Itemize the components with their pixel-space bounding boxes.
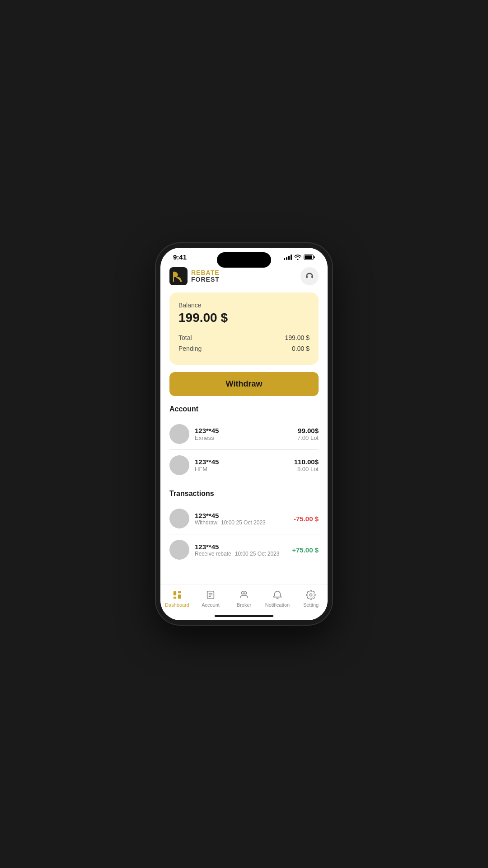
tx-date: 10:00 25 Oct 2023: [235, 551, 280, 557]
avatar: [169, 455, 189, 475]
setting-icon: [305, 590, 316, 600]
account-icon: [205, 590, 216, 600]
home-indicator: [160, 611, 328, 620]
account-lot: 7.00 Lot: [297, 434, 319, 441]
svg-rect-8: [178, 594, 181, 599]
svg-point-15: [310, 594, 312, 596]
header: REBATE FOREST: [169, 267, 319, 285]
account-id: 123**45: [195, 458, 219, 466]
svg-rect-2: [169, 267, 188, 285]
balance-amount: 199.00 $: [178, 311, 310, 325]
balance-pending-row: Pending 0.00 $: [178, 345, 310, 352]
transactions-section-title: Transactions: [169, 490, 319, 498]
nav-item-broker[interactable]: Broker: [230, 590, 258, 608]
balance-label: Balance: [178, 302, 310, 309]
account-amount: 99.00$: [297, 427, 319, 434]
transaction-list: 123**45 Withdraw 10:00 25 Oct 2023 -75.0…: [169, 503, 319, 565]
tx-id: 123**45: [195, 543, 279, 551]
transaction-item[interactable]: 123**45 Receive rebate 10:00 25 Oct 2023…: [169, 534, 319, 565]
svg-point-13: [242, 592, 244, 594]
nav-item-notification[interactable]: Notification: [264, 590, 291, 608]
balance-total-row: Total 199.00 $: [178, 334, 310, 341]
withdraw-button[interactable]: Withdraw: [169, 372, 319, 396]
support-button[interactable]: [300, 267, 319, 285]
tx-date: 10:00 25 Oct 2023: [221, 519, 266, 526]
svg-rect-4: [312, 276, 313, 278]
main-content: REBATE FOREST Balance 199.00 $ T: [160, 264, 328, 585]
account-amount: 110.00$: [294, 458, 319, 466]
logo-icon: [169, 267, 188, 285]
nav-item-setting[interactable]: Setting: [297, 590, 324, 608]
tx-amount: -75.00 $: [294, 515, 319, 523]
nav-label-broker: Broker: [237, 602, 251, 608]
total-label: Total: [178, 334, 192, 341]
balance-card: Balance 199.00 $ Total 199.00 $ Pending …: [169, 292, 319, 365]
tx-meta: Receive rebate 10:00 25 Oct 2023: [195, 551, 279, 557]
logo-text: REBATE FOREST: [191, 269, 220, 283]
broker-icon: [239, 590, 249, 600]
phone-inner: 9:41: [160, 248, 328, 620]
pending-value: 0.00 $: [292, 345, 310, 352]
signal-icon: [284, 255, 292, 260]
tx-amount: +75.00 $: [292, 546, 319, 554]
logo: REBATE FOREST: [169, 267, 220, 285]
dashboard-icon: [172, 590, 183, 600]
pending-label: Pending: [178, 345, 202, 352]
status-icons: [284, 255, 315, 260]
svg-point-14: [244, 592, 247, 594]
account-item[interactable]: 123**45 HFM 110.00$ 8.00 Lot: [169, 450, 319, 481]
avatar: [169, 509, 189, 528]
accounts-section-title: Account: [169, 405, 319, 413]
total-value: 199.00 $: [285, 334, 310, 341]
account-broker: HFM: [195, 466, 219, 472]
account-broker: Exness: [195, 434, 219, 441]
bottom-nav: Dashboard Account: [160, 585, 328, 611]
nav-item-account[interactable]: Account: [197, 590, 224, 608]
avatar: [169, 540, 189, 560]
dynamic-island: [217, 252, 271, 268]
tx-meta: Withdraw 10:00 25 Oct 2023: [195, 519, 266, 526]
notification-icon: [272, 590, 283, 600]
svg-rect-3: [306, 276, 308, 278]
logo-rebate-text: REBATE: [191, 269, 220, 276]
account-lot: 8.00 Lot: [294, 466, 319, 472]
nav-label-setting: Setting: [303, 602, 319, 608]
account-item[interactable]: 123**45 Exness 99.00$ 7.00 Lot: [169, 419, 319, 450]
home-bar: [215, 615, 273, 617]
tx-type: Receive rebate: [195, 551, 231, 557]
phone-frame: 9:41: [156, 243, 332, 625]
tx-type: Withdraw: [195, 519, 217, 526]
transaction-item[interactable]: 123**45 Withdraw 10:00 25 Oct 2023 -75.0…: [169, 503, 319, 534]
account-id: 123**45: [195, 427, 219, 434]
status-time: 9:41: [173, 253, 187, 261]
battery-icon: [304, 255, 315, 260]
svg-rect-1: [305, 255, 312, 259]
wifi-icon: [294, 255, 301, 260]
nav-label-account: Account: [202, 602, 220, 608]
nav-item-dashboard[interactable]: Dashboard: [164, 590, 191, 608]
nav-label-dashboard: Dashboard: [165, 602, 189, 608]
nav-label-notification: Notification: [265, 602, 290, 608]
svg-rect-6: [174, 597, 176, 599]
account-list: 123**45 Exness 99.00$ 7.00 Lot 123**45: [169, 419, 319, 481]
avatar: [169, 424, 189, 444]
svg-rect-5: [174, 591, 176, 595]
svg-rect-7: [178, 591, 181, 594]
tx-id: 123**45: [195, 512, 266, 519]
logo-forest-text: FOREST: [191, 276, 220, 283]
headset-icon: [305, 272, 314, 281]
